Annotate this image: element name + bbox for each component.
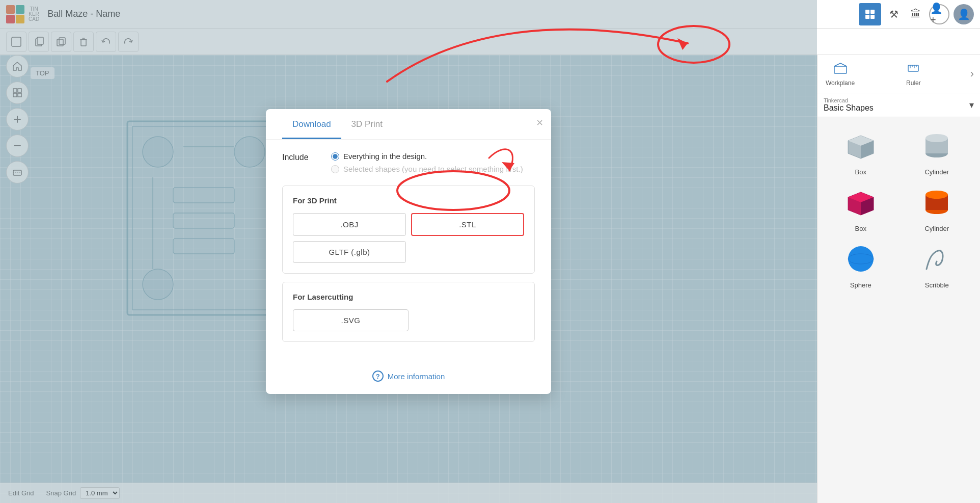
more-info-label: More information — [388, 372, 445, 381]
workplane-button[interactable]: Workplane — [822, 59, 859, 89]
modal-body: Include Everything in the design. Select… — [266, 140, 551, 362]
tab-3dprint[interactable]: 3D Print — [341, 109, 393, 139]
include-selected-label: Selected shapes (you need to select some… — [343, 165, 523, 173]
avatar-image: 👤 — [958, 8, 970, 20]
modal-overlay: Download 3D Print × Include Everything i… — [0, 0, 817, 503]
include-all-option[interactable]: Everything in the design. — [331, 152, 523, 161]
svg-rect-2 — [865, 15, 869, 19]
format-single-laser: .SVG — [293, 309, 524, 331]
add-user-icon: 👤+ — [930, 2, 948, 26]
section-laser-title: For Lasercutting — [293, 293, 524, 301]
shapes-category: Basic Shapes — [824, 103, 874, 113]
obj-button[interactable]: .OBJ — [293, 213, 406, 236]
workplane-icon — [833, 61, 848, 78]
svg-rect-0 — [865, 10, 869, 14]
shapes-header: Tinkercad Basic Shapes ▾ — [818, 93, 980, 117]
stl-button[interactable]: .STL — [411, 213, 524, 236]
shape-cylinder-grey[interactable]: Cylinder — [902, 125, 972, 176]
gallery-button[interactable]: 🏛 — [907, 6, 925, 22]
more-info-link[interactable]: ? More information — [372, 370, 445, 382]
shape-cylinder-orange[interactable]: Cylinder — [902, 182, 972, 232]
shape-cylinder-orange-label: Cylinder — [924, 225, 949, 232]
user-avatar[interactable]: 👤 — [954, 4, 974, 24]
ruler-icon — [906, 61, 920, 78]
topbar-right: ⚒ 🏛 👤+ 👤 — [859, 3, 974, 25]
tab-download[interactable]: Download — [282, 109, 341, 139]
section-3dprint: For 3D Print .OBJ .STL GLTF (.glb) — [282, 186, 535, 274]
right-panel-tools: Workplane Ruler › — [818, 55, 980, 93]
shapes-brand: Tinkercad — [824, 97, 874, 103]
svg-line-13 — [834, 63, 840, 66]
shape-box-red-label: Box — [855, 225, 866, 232]
shapes-dropdown-button[interactable]: ▾ — [969, 99, 974, 111]
info-icon: ? — [372, 370, 384, 382]
shape-box-grey[interactable]: Box — [826, 125, 896, 176]
shape-box-red[interactable]: Box — [826, 182, 896, 232]
svg-line-14 — [840, 63, 847, 66]
add-user-button[interactable]: 👤+ — [929, 4, 949, 24]
include-row: Include Everything in the design. Select… — [282, 152, 535, 173]
right-panel: 📥 Import 📤 Export ✉ Send To Workplane — [817, 0, 980, 503]
svg-button[interactable]: .SVG — [293, 309, 409, 331]
tools-button[interactable]: ⚒ — [885, 6, 903, 22]
shape-scribble-label: Scribble — [925, 281, 949, 289]
ruler-label: Ruler — [906, 80, 921, 87]
shape-box-grey-label: Box — [855, 168, 866, 176]
tools-icon: ⚒ — [889, 8, 899, 20]
include-all-label: Everything in the design. — [343, 152, 427, 161]
svg-point-25 — [925, 134, 948, 142]
include-label: Include — [282, 152, 323, 162]
section-laser: For Lasercutting .SVG — [282, 282, 535, 342]
svg-point-31 — [925, 191, 948, 199]
panel-collapse-button[interactable]: › — [968, 59, 976, 89]
svg-rect-15 — [908, 65, 918, 71]
shape-sphere[interactable]: Sphere — [826, 239, 896, 289]
ruler-button[interactable]: Ruler — [902, 59, 925, 89]
include-selected-radio — [331, 165, 339, 173]
svg-point-32 — [848, 246, 874, 272]
format-grid-3dprint: .OBJ .STL GLTF (.glb) — [293, 213, 524, 263]
gallery-icon: 🏛 — [911, 8, 921, 20]
shape-cylinder-grey-label: Cylinder — [924, 168, 949, 176]
shape-scribble[interactable]: Scribble — [902, 239, 972, 289]
gltf-button[interactable]: GLTF (.glb) — [293, 241, 406, 263]
grid-view-button[interactable] — [859, 3, 881, 25]
section-3dprint-title: For 3D Print — [293, 196, 524, 205]
modal-footer: ? More information — [266, 362, 551, 394]
svg-rect-1 — [870, 10, 875, 14]
modal-close-button[interactable]: × — [536, 116, 543, 129]
include-all-radio[interactable] — [331, 152, 339, 161]
include-options: Everything in the design. Selected shape… — [331, 152, 523, 173]
svg-rect-12 — [834, 66, 847, 73]
shape-sphere-label: Sphere — [850, 281, 872, 289]
include-selected-option[interactable]: Selected shapes (you need to select some… — [331, 165, 523, 173]
svg-rect-3 — [870, 15, 875, 19]
export-modal: Download 3D Print × Include Everything i… — [266, 109, 551, 394]
modal-header: Download 3D Print × — [266, 109, 551, 140]
workplane-label: Workplane — [826, 80, 855, 87]
shapes-grid: Box Cylinder Box — [818, 117, 980, 297]
